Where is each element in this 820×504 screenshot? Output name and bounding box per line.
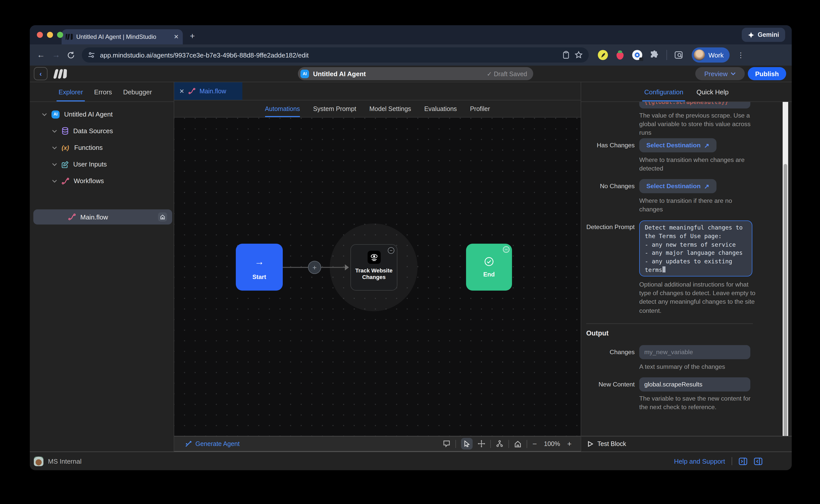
url-text[interactable]: app.mindstudio.ai/agents/9937ce3e-b7e3-4…: [100, 51, 557, 59]
tab-model-settings[interactable]: Model Settings: [369, 100, 411, 117]
tree-label[interactable]: User Inputs: [73, 160, 107, 168]
tree-item-workflows[interactable]: Workflows: [30, 173, 174, 189]
previous-value-field[interactable]: {{global.scrapeResults}}: [639, 102, 750, 109]
auto-layout-icon[interactable]: [496, 440, 504, 447]
agent-title-bar[interactable]: AI Untitled AI Agent ✓ Draft Saved: [298, 67, 533, 80]
help-and-support-link[interactable]: Help and Support: [674, 457, 725, 465]
tree-item-main-flow[interactable]: Main.flow: [33, 209, 172, 225]
clipboard-icon[interactable]: [562, 51, 569, 59]
tab-quick-help[interactable]: Quick Help: [697, 82, 729, 101]
home-view-icon[interactable]: [514, 440, 522, 447]
tab-automations[interactable]: Automations: [265, 100, 300, 117]
tab-evaluations[interactable]: Evaluations: [424, 100, 457, 117]
agent-title[interactable]: Untitled AI Agent: [313, 70, 366, 77]
tree-item-agent-root[interactable]: AI Untitled AI Agent: [30, 106, 174, 123]
site-info-icon[interactable]: [88, 51, 95, 59]
reload-icon[interactable]: [67, 51, 75, 59]
publish-button[interactable]: Publish: [748, 67, 786, 80]
workflow-icon: [68, 213, 76, 220]
minimize-window-button[interactable]: [47, 32, 53, 38]
bookmark-star-icon[interactable]: [574, 51, 583, 59]
extension-yellow-icon[interactable]: [598, 50, 608, 60]
comment-icon[interactable]: [443, 440, 451, 447]
node-track-website-changes[interactable]: − Track Website Changes: [350, 244, 397, 291]
tree-label[interactable]: Main.flow: [80, 213, 108, 221]
extensions-puzzle-icon[interactable]: [650, 50, 659, 60]
collapse-node-icon[interactable]: −: [388, 247, 394, 254]
chevron-down-icon[interactable]: [52, 179, 57, 182]
tab-system-prompt[interactable]: System Prompt: [313, 100, 356, 117]
preview-button[interactable]: Preview: [695, 67, 745, 80]
panel-scrollbar[interactable]: [783, 102, 788, 436]
home-icon[interactable]: [158, 212, 167, 221]
previous-value-text: {{global.scrapeResults}}: [639, 102, 750, 108]
extension-1password-icon[interactable]: [632, 50, 642, 60]
address-bar[interactable]: app.mindstudio.ai/agents/9937ce3e-b7e3-4…: [82, 47, 589, 63]
tab-explorer[interactable]: Explorer: [59, 82, 83, 101]
add-step-button[interactable]: +: [308, 261, 321, 274]
collapse-node-icon[interactable]: −: [503, 246, 509, 253]
editor-tab-main-flow[interactable]: ✕ Main.flow: [174, 82, 243, 100]
helper-text: The variable to save the new content for…: [639, 395, 756, 412]
tree-label[interactable]: Data Sources: [73, 127, 113, 135]
maximize-window-button[interactable]: [57, 32, 63, 38]
detection-prompt-textarea[interactable]: Detect meaningful changes to the Terms o…: [639, 220, 752, 276]
zoom-level[interactable]: 100%: [544, 440, 560, 447]
app-header: ‹ AI Untitled AI Agent ✓ Draft Saved Pre…: [30, 66, 792, 82]
close-icon[interactable]: ✕: [179, 88, 184, 95]
new-content-input[interactable]: [639, 377, 750, 391]
new-tab-button[interactable]: +: [190, 31, 195, 41]
chevron-down-icon[interactable]: [52, 146, 57, 149]
chevron-down-icon[interactable]: [42, 113, 47, 116]
browser-toolbar: ← → app.mindstudio.ai/agents/9937ce3e-b7…: [30, 44, 792, 66]
tab-configuration[interactable]: Configuration: [644, 82, 684, 101]
tree-label[interactable]: Untitled AI Agent: [64, 110, 113, 118]
avatar: [694, 49, 705, 61]
extensions-row: Work ⋮: [598, 47, 744, 63]
pencil-icon: [62, 161, 69, 168]
node-start[interactable]: → Start: [236, 244, 283, 291]
tree-item-data-sources[interactable]: Data Sources: [30, 123, 174, 139]
tree-item-user-inputs[interactable]: User Inputs: [30, 156, 174, 173]
zoom-out-button[interactable]: −: [532, 439, 537, 448]
tab-search-icon[interactable]: [675, 51, 684, 59]
scrollbar-thumb[interactable]: [784, 164, 787, 436]
chevron-down-icon[interactable]: [52, 163, 57, 166]
tab-close-icon[interactable]: ✕: [174, 33, 179, 40]
profile-button[interactable]: Work: [692, 47, 730, 63]
mindstudio-logo[interactable]: [53, 69, 69, 78]
tab-profiler[interactable]: Profiler: [470, 100, 490, 117]
back-icon[interactable]: ←: [37, 50, 45, 60]
tree-label[interactable]: Workflows: [74, 177, 104, 185]
flow-canvas[interactable]: + → Start − Track Website Changes −: [174, 118, 581, 436]
check-circle-icon: [484, 257, 494, 266]
zoom-in-button[interactable]: +: [567, 439, 571, 448]
node-end[interactable]: − End: [466, 244, 512, 291]
test-block-button[interactable]: Test Block: [581, 436, 792, 452]
tree-item-functions[interactable]: (x) Functions: [30, 139, 174, 156]
toggle-right-panel-icon[interactable]: [739, 457, 747, 465]
changes-input[interactable]: [639, 345, 750, 359]
workspace-avatar[interactable]: [34, 456, 43, 466]
has-changes-select-destination-button[interactable]: Select Destination ↗: [639, 138, 717, 152]
no-changes-select-destination-button[interactable]: Select Destination ↗: [639, 179, 717, 193]
close-window-button[interactable]: [37, 32, 43, 38]
workspace-name[interactable]: MS Internal: [48, 457, 81, 465]
window-controls[interactable]: [37, 32, 63, 38]
tab-debugger[interactable]: Debugger: [123, 82, 152, 101]
back-button[interactable]: ‹: [34, 67, 47, 80]
pan-tool-icon[interactable]: [478, 440, 485, 447]
browser-tab[interactable]: Untitled AI Agent | MindStudio ✕: [62, 29, 183, 44]
tree-label[interactable]: Functions: [74, 144, 103, 151]
tab-errors[interactable]: Errors: [94, 82, 112, 101]
text-cursor: [662, 266, 665, 272]
browser-menu-icon[interactable]: ⋮: [737, 51, 744, 59]
collapse-right-panel-icon[interactable]: [754, 457, 762, 465]
gemini-button[interactable]: Gemini: [742, 28, 785, 42]
extension-strawberry-icon[interactable]: [616, 50, 625, 60]
select-tool-button[interactable]: [461, 438, 473, 450]
chevron-down-icon[interactable]: [52, 129, 57, 132]
generate-agent-button[interactable]: Generate Agent: [185, 440, 240, 447]
forward-icon[interactable]: →: [52, 50, 60, 60]
helper-text: Where to transition if there are no chan…: [639, 197, 751, 214]
